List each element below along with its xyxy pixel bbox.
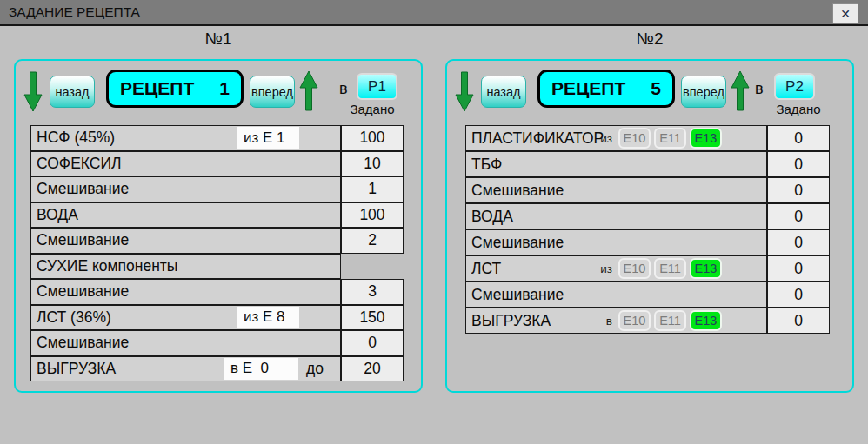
recipe-steps-table-1: НСФ (45%) из Е 1 100 СОФЕКСИЛ 10 Смешива… <box>30 125 404 381</box>
step-label: ВЫГРУЗКА <box>37 360 116 378</box>
recipe-step-row: Смешивание 0 <box>465 229 830 255</box>
recipe-step-row: Смешивание 3 <box>30 279 404 305</box>
recipe-step-row: Смешивание 0 <box>30 330 404 356</box>
recipe-step-row: ТБФ 0 <box>465 151 830 177</box>
setpoint-field[interactable]: 2 <box>341 228 404 254</box>
tank-button-e11[interactable]: E11 <box>654 258 686 279</box>
step-label: ЛСТ (36%) <box>37 308 111 327</box>
source-tank-field[interactable]: из Е 8 <box>237 307 299 329</box>
setpoint-field[interactable]: 150 <box>341 305 404 331</box>
setpoint-field[interactable]: 0 <box>767 177 830 203</box>
until-label: до <box>306 357 341 381</box>
window-title: ЗАДАНИЕ РЕЦЕПТА <box>9 4 140 20</box>
setpoint-field[interactable]: 3 <box>341 279 404 305</box>
step-label-cell: ВОДА <box>465 203 767 229</box>
recipe-step-row: ВЫГРУЗКА в E10 E11 E13 0 <box>465 308 830 334</box>
step-label: Смешивание <box>471 286 564 304</box>
step-label-cell: Смешивание <box>30 176 341 202</box>
recipe-step-row: ПЛАСТИФИКАТОР из E10 E11 E13 0 <box>465 125 830 151</box>
step-label: Смешивание <box>37 282 129 301</box>
panel1-title: №1 <box>14 30 423 49</box>
setpoint-field[interactable]: 20 <box>341 356 404 382</box>
recipe-back-button[interactable]: назад <box>481 76 526 108</box>
setpoint-field[interactable]: 0 <box>767 282 830 308</box>
recipe-step-row: ВЫГРУЗКА в Е 0 до 20 <box>30 356 404 382</box>
close-icon: ✕ <box>840 7 851 21</box>
step-label: ВЫГРУЗКА <box>471 312 551 330</box>
recipe-display[interactable]: РЕЦЕПТ 1 <box>106 70 244 108</box>
recipe-step-row: Смешивание 1 <box>30 176 404 202</box>
tank-selector: из E10 E11 E13 <box>600 256 722 281</box>
setpoint-field[interactable]: 100 <box>341 202 404 229</box>
step-label: ПЛАСТИФИКАТОР <box>471 129 604 148</box>
step-label: Смешивание <box>37 334 129 352</box>
step-label-cell: Смешивание <box>465 282 767 308</box>
source-tank-field[interactable]: из Е 1 <box>237 127 299 149</box>
recipe-display[interactable]: РЕЦЕПТ 5 <box>537 70 675 108</box>
tank-button-e10[interactable]: E10 <box>618 258 651 279</box>
setpoint-field[interactable]: 0 <box>341 330 404 356</box>
tank-button-e13[interactable]: E13 <box>690 128 722 149</box>
step-label-cell: ПЛАСТИФИКАТОР из E10 E11 E13 <box>465 125 767 151</box>
from-label: из <box>600 132 612 145</box>
recipe-number: 5 <box>651 78 661 99</box>
setpoint-field[interactable]: 100 <box>341 125 404 151</box>
arrow-down-icon <box>455 71 474 112</box>
tank-button-e11[interactable]: E11 <box>654 128 686 149</box>
tank-button-e13[interactable]: E13 <box>690 258 722 279</box>
arrow-up-icon <box>731 70 750 111</box>
step-label: ВОДА <box>37 206 78 224</box>
recipe-back-button[interactable]: назад <box>50 76 95 108</box>
step-label: Смешивание <box>37 180 129 198</box>
step-label-cell: НСФ (45%) из Е 1 <box>30 125 341 151</box>
from-label: из <box>600 262 612 275</box>
tank-button-e13[interactable]: E13 <box>690 310 722 331</box>
close-button[interactable]: ✕ <box>832 3 858 23</box>
recipe-step-row: НСФ (45%) из Е 1 100 <box>30 125 404 151</box>
step-label-cell: Смешивание <box>465 177 767 203</box>
tank-button-e11[interactable]: E11 <box>654 310 686 331</box>
to-label: в <box>755 80 764 98</box>
setpoint-field[interactable]: 1 <box>341 176 404 202</box>
step-label-cell: СОФЕКСИЛ <box>30 151 341 177</box>
titlebar: ЗАДАНИЕ РЕЦЕПТА <box>0 0 868 26</box>
setpoint-field[interactable]: 10 <box>341 151 404 177</box>
setpoint-field[interactable]: 0 <box>767 203 830 229</box>
target-register-button[interactable]: P1 <box>357 73 397 100</box>
recipe-step-row: СУХИЕ компоненты <box>30 254 404 280</box>
recipe-steps-table-2: ПЛАСТИФИКАТОР из E10 E11 E13 0 ТБФ 0 Сме… <box>465 125 830 334</box>
setpoint-field[interactable]: 0 <box>767 229 830 255</box>
recipe-panel-2: назад РЕЦЕПТ 5 вперед в P2 Задано ПЛАСТИ… <box>445 59 854 393</box>
setpoint-field[interactable]: 0 <box>767 255 830 282</box>
setpoint-column-header: Задано <box>767 102 830 116</box>
arrow-up-icon <box>299 70 318 111</box>
target-register-button[interactable]: P2 <box>774 73 815 100</box>
tank-button-e10[interactable]: E10 <box>618 310 651 331</box>
to-label-small: в <box>606 315 612 328</box>
step-label-cell: ВЫГРУЗКА в E10 E11 E13 <box>465 308 767 334</box>
recipe-step-row: Смешивание 2 <box>30 228 404 254</box>
recipe-display-label: РЕЦЕПТ <box>551 78 625 99</box>
recipe-forward-button[interactable]: вперед <box>250 76 295 108</box>
recipe-panel-1: назад РЕЦЕПТ 1 вперед в P1 Задано НСФ (4… <box>14 59 423 393</box>
step-label: ВОДА <box>471 208 513 226</box>
recipe-forward-button[interactable]: вперед <box>681 76 726 108</box>
step-label-cell: Смешивание <box>30 330 341 356</box>
step-label: Смешивание <box>471 234 564 252</box>
destination-tank-field[interactable]: в Е 0 <box>224 358 298 381</box>
step-label: Смешивание <box>471 182 564 200</box>
setpoint-column-header: Задано <box>341 102 404 116</box>
setpoint-field[interactable]: 0 <box>767 308 830 334</box>
recipe-step-row: ВОДА 100 <box>30 202 404 229</box>
step-label-cell: ЛСТ из E10 E11 E13 <box>465 255 767 282</box>
setpoint-field[interactable]: 0 <box>767 151 830 177</box>
to-label: в <box>339 80 348 98</box>
recipe-step-row: Смешивание 0 <box>465 282 830 308</box>
recipe-step-row: ЛСТ (36%) из Е 8 150 <box>30 305 404 331</box>
recipe-display-label: РЕЦЕПТ <box>120 78 194 99</box>
setpoint-field[interactable]: 0 <box>767 125 830 151</box>
tank-button-e10[interactable]: E10 <box>618 128 651 149</box>
tank-selector: в E10 E11 E13 <box>606 308 722 333</box>
tank-selector: из E10 E11 E13 <box>600 126 722 150</box>
step-label-cell: ЛСТ (36%) из Е 8 <box>30 305 341 331</box>
